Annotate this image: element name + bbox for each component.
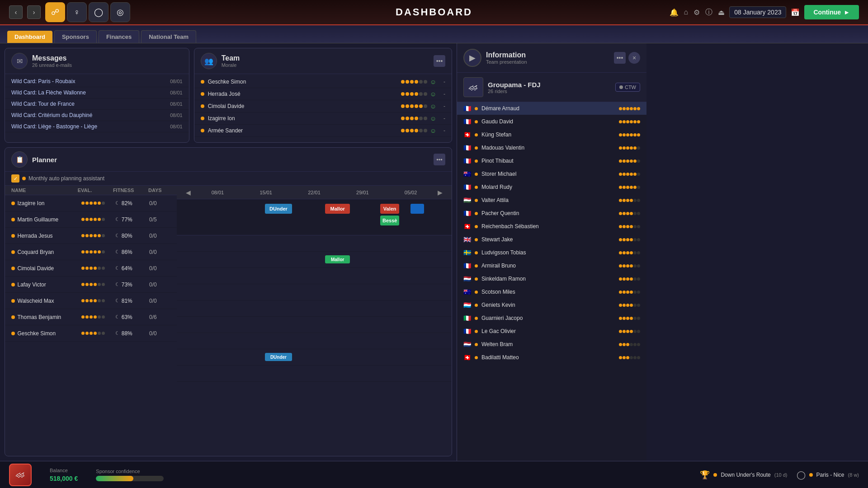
rider-list-item[interactable]: 🇫🇷 Démare Arnaud	[457, 102, 646, 115]
world-nav-btn[interactable]: ◎	[110, 2, 130, 22]
rider-list-item[interactable]: 🇦🇺 Storer Michael	[457, 168, 646, 181]
planner-right-col: ◀ 08/01 15/01 22/01 29/01 05/02 ▶ DUnder	[177, 186, 452, 382]
messages-subtitle: 26 unread e-mails	[32, 62, 72, 68]
rider-list-item[interactable]: 🇨🇭 Küng Stefan	[457, 128, 646, 141]
rider-rating	[619, 264, 640, 267]
team-morale-list: Geschke Simon ☺ -	[194, 74, 452, 139]
smiley-icon: ☺	[430, 103, 436, 110]
tab-national-team[interactable]: National Team	[141, 30, 196, 43]
rider-list-item[interactable]: 🇫🇷 Le Gac Olivier	[457, 325, 646, 338]
back-arrow[interactable]: ‹	[9, 5, 23, 19]
rider-full-name: Stewart Jake	[481, 236, 615, 243]
tab-dashboard[interactable]: Dashboard	[7, 31, 52, 43]
power-icon[interactable]: ⏏	[718, 8, 725, 17]
rider-list-item[interactable]: 🇳🇱 Welten Bram	[457, 338, 646, 351]
fitness-col: ☾ 88%	[115, 330, 149, 337]
info-icon[interactable]: ⓘ	[705, 8, 712, 17]
info-header: ▶ Information Team presentation ••• ×	[457, 43, 646, 73]
race-plan-bar[interactable]: DUnder	[265, 353, 292, 361]
race-plan-bar[interactable]: Mallor	[325, 255, 350, 263]
eval-dots	[81, 250, 115, 253]
info-menu-button[interactable]: •••	[614, 52, 626, 64]
days-col: 0/5	[149, 216, 170, 223]
message-item[interactable]: Wild Card: Paris - Roubaix 08/01	[5, 76, 189, 87]
planner-table-header: NAME EVAL. FITNESS DAYS	[5, 186, 177, 195]
tab-sponsors[interactable]: Sponsors	[54, 30, 97, 43]
rider-list-item[interactable]: 🇱🇺 Geniets Kevin	[457, 299, 646, 312]
team-nav-btn[interactable]: ♀	[67, 2, 87, 22]
rider-rating	[619, 238, 640, 241]
rider-status-dot	[475, 146, 478, 150]
rider-status-dot	[475, 356, 478, 359]
race-block-extra[interactable]	[410, 204, 424, 214]
fitness-col: ☾ 73%	[115, 282, 149, 288]
planner-menu-button[interactable]: •••	[434, 154, 445, 165]
rider-rating	[619, 133, 640, 136]
timeline-next[interactable]: ▶	[435, 189, 445, 196]
rider-list-item[interactable]: 🇦🇺 Scotson Miles	[457, 286, 646, 299]
rider-list-item[interactable]: 🇫🇷 Gaudu David	[457, 115, 646, 128]
rider-list-item[interactable]: 🇫🇷 Pinot Thibaut	[457, 155, 646, 168]
rider-list-item[interactable]: 🇨🇭 Badilatti Matteo	[457, 351, 646, 364]
rider-list-item[interactable]: 🇬🇧 Stewart Jake	[457, 233, 646, 246]
rider-full-name: Ludvigsson Tobias	[481, 249, 615, 256]
rider-list-item[interactable]: 🇫🇷 Molard Rudy	[457, 181, 646, 194]
continue-button[interactable]: Continue ►	[804, 5, 859, 19]
rider-list-item[interactable]: 🇫🇷 Armirail Bruno	[457, 259, 646, 272]
settings-icon[interactable]: ⚙	[693, 8, 700, 17]
auto-planning-checkbox[interactable]: ✓	[11, 174, 19, 183]
race-block-valen[interactable]: Valen	[380, 204, 400, 214]
left-panel: ✉ Messages 26 unread e-mails Wild Card: …	[0, 43, 457, 461]
rider-rating	[619, 107, 640, 110]
dashboard-nav-btn[interactable]: ☍	[45, 2, 65, 22]
timeline-prev[interactable]: ◀	[183, 189, 193, 196]
message-item[interactable]: Wild Card: Critérium du Dauphiné 08/01	[5, 110, 189, 121]
team-info-header: 🏎 Groupama - FDJ 26 riders CTW	[457, 73, 646, 102]
race-block-mallor1[interactable]: Mallor	[325, 204, 350, 214]
stats-nav-btn[interactable]: ◯	[89, 2, 108, 22]
days-col: 0/0	[149, 330, 170, 337]
event-item: ◯ Paris - Nice (8 w)	[797, 470, 859, 480]
message-item[interactable]: Wild Card: Liège - Bastogne - Liège 08/0…	[5, 121, 189, 132]
rider-list-item[interactable]: 🇭🇺 Valter Attila	[457, 194, 646, 207]
race-block-besse[interactable]: Bessè	[380, 216, 400, 225]
tab-finances[interactable]: Finances	[99, 30, 139, 43]
rider-status-dot	[201, 80, 204, 84]
flag-icon: 🇮🇹	[463, 314, 471, 322]
moon-icon: ☾	[115, 200, 120, 206]
ctw-badge: CTW	[615, 83, 640, 92]
rider-list-item[interactable]: 🇮🇹 Guarnieri Jacopo	[457, 312, 646, 325]
event-info: (8 w)	[848, 472, 859, 478]
info-close-button[interactable]: ×	[628, 52, 640, 64]
calendar-icon[interactable]: 📅	[791, 8, 800, 17]
rider-full-name: Pinot Thibaut	[481, 158, 615, 164]
forward-arrow[interactable]: ›	[27, 5, 41, 19]
flag-icon: 🇳🇱	[463, 341, 471, 348]
message-item[interactable]: Wild Card: La Flèche Wallonne 08/01	[5, 87, 189, 99]
rider-full-name: Madouas Valentin	[481, 145, 615, 151]
message-item[interactable]: Wild Card: Tour de France 08/01	[5, 99, 189, 110]
planner-bar-row	[177, 284, 452, 300]
smiley-icon: ☺	[430, 127, 436, 134]
riders-list: 🇫🇷 Démare Arnaud 🇫🇷 Gaudu David 🇨🇭 Küng …	[457, 102, 646, 461]
rider-dot	[11, 315, 15, 319]
planner-rider-row: Coquard Bryan ☾ 86% 0/0	[5, 244, 177, 260]
planner-rider-row: Martin Guillaume ☾ 77% 0/5	[5, 211, 177, 228]
rider-list-item[interactable]: 🇫🇷 Madouas Valentin	[457, 141, 646, 155]
days-col: 0/0	[149, 249, 170, 255]
rider-name: Thomas Benjamin	[18, 314, 81, 320]
rider-list-item[interactable]: 🇳🇱 Sinkeldam Ramon	[457, 272, 646, 286]
nav-right: 🔔 ⌂ ⚙ ⓘ ⏏ 08 January 2023 📅 Continue ►	[670, 5, 859, 19]
rider-list-item[interactable]: 🇫🇷 Pacher Quentin	[457, 207, 646, 220]
team-menu-button[interactable]: •••	[434, 55, 445, 67]
notification-icon[interactable]: 🔔	[670, 8, 679, 17]
rider-full-name: Storer Michael	[481, 171, 615, 177]
home-icon[interactable]: ⌂	[684, 8, 689, 16]
rider-list-item[interactable]: 🇨🇭 Reichenbach Sébastien	[457, 220, 646, 233]
rider-status-dot	[475, 212, 478, 215]
race-block-dunder[interactable]: DUnder	[265, 204, 292, 214]
rider-list-item[interactable]: 🇸🇪 Ludvigsson Tobias	[457, 246, 646, 259]
rider-rating	[619, 356, 640, 359]
planner-header: 📋 Planner •••	[5, 148, 452, 172]
team-subtitle: Morale	[222, 62, 240, 68]
